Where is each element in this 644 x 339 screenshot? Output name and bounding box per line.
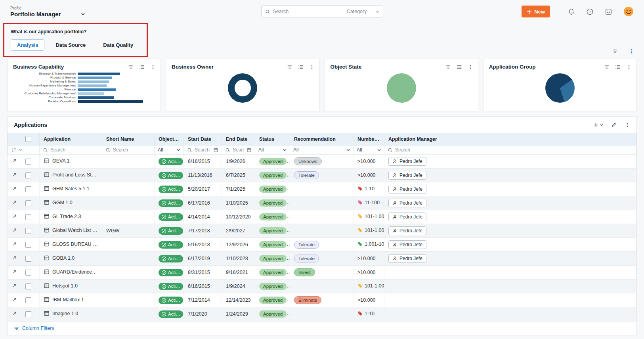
bar[interactable] (78, 100, 143, 103)
edit-pencil-icon[interactable] (611, 122, 617, 128)
column-header-recommendation[interactable]: Recommendation (290, 133, 354, 146)
open-fact-sheet-icon[interactable] (12, 228, 17, 233)
open-fact-sheet-icon[interactable] (12, 158, 17, 163)
open-fact-sheet-icon[interactable] (12, 283, 17, 288)
column-header-short-name[interactable]: Short Name (102, 133, 155, 146)
row-checkbox[interactable] (25, 186, 31, 192)
column-header-application-manager[interactable]: Application Manager (384, 133, 636, 146)
calendar-icon[interactable] (247, 147, 252, 153)
list-view-icon[interactable] (298, 64, 304, 70)
object-state-filter-select[interactable]: All (158, 147, 180, 153)
tab-analysis[interactable]: Analysis (11, 39, 44, 51)
pie-chart[interactable] (545, 73, 575, 103)
bar[interactable] (78, 88, 116, 91)
tab-data-source[interactable]: Data Source (49, 39, 92, 51)
help-icon[interactable]: ? (586, 8, 594, 15)
kebab-menu-icon[interactable] (150, 64, 156, 70)
column-header-start-date[interactable]: Start Date (184, 133, 222, 146)
open-fact-sheet-icon[interactable] (12, 172, 17, 177)
kebab-menu-icon[interactable] (309, 64, 315, 70)
kebab-menu-icon[interactable] (625, 122, 630, 128)
open-fact-sheet-icon[interactable] (12, 200, 17, 205)
application-link[interactable]: GLOSS BUREAU 5.0.1 (44, 241, 98, 247)
application-manager-chip[interactable]: Pedro Jefe (388, 185, 426, 193)
global-search-input[interactable] (273, 9, 341, 14)
status-filter-select[interactable]: All (258, 147, 287, 153)
pie-chart[interactable] (387, 73, 416, 103)
column-header-number-of[interactable]: Number of... (354, 133, 384, 146)
kebab-menu-icon[interactable] (468, 64, 473, 70)
kebab-menu-icon[interactable] (629, 48, 634, 54)
row-checkbox[interactable] (25, 283, 31, 289)
row-checkbox[interactable] (25, 256, 31, 262)
kebab-menu-icon[interactable] (626, 64, 632, 70)
category-select[interactable]: Category (344, 9, 379, 14)
application-link[interactable]: GEVA 1 (44, 158, 70, 164)
open-fact-sheet-icon[interactable] (12, 186, 17, 191)
add-application-button[interactable] (593, 123, 603, 128)
global-search[interactable]: Category (261, 6, 383, 17)
sort-filter-icon[interactable] (11, 147, 17, 153)
calendar-icon[interactable] (213, 147, 218, 153)
row-checkbox[interactable] (25, 214, 31, 220)
number-of-filter-select[interactable]: All (357, 147, 381, 153)
chevron-down-icon[interactable] (80, 11, 86, 17)
application-manager-chip[interactable]: Pedro Jefe (388, 199, 426, 207)
list-view-icon[interactable] (139, 64, 145, 70)
donut-chart[interactable] (228, 73, 257, 103)
application-link[interactable]: IBM-Mailbox 1 (44, 297, 84, 303)
object-state-pie-chart[interactable] (325, 70, 478, 108)
bar[interactable] (78, 92, 104, 95)
application-manager-filter-input[interactable] (395, 147, 633, 153)
bar[interactable] (78, 77, 112, 79)
select-all-checkbox[interactable] (25, 136, 31, 142)
business-capability-bar-chart[interactable]: Strategy & TransformationProduct & Servi… (8, 70, 161, 108)
filter-icon[interactable] (128, 64, 134, 70)
column-header-object-state[interactable]: Object Sta... (155, 133, 184, 146)
application-link[interactable]: GOBA 1.0 (44, 255, 75, 261)
application-group-pie-chart[interactable] (483, 70, 636, 108)
application-link[interactable]: Global Watch List 1.1... (44, 227, 98, 233)
recommendation-filter-select[interactable]: All (293, 147, 350, 153)
column-header-application[interactable]: Application (40, 133, 102, 146)
column-filters-link[interactable]: Column Filters (8, 321, 636, 335)
row-checkbox[interactable] (25, 228, 31, 234)
row-checkbox[interactable] (25, 311, 31, 317)
row-checkbox[interactable] (25, 172, 31, 178)
column-header-end-date[interactable]: End Date (222, 133, 255, 146)
row-checkbox[interactable] (25, 297, 31, 303)
open-fact-sheet-icon[interactable] (12, 214, 17, 219)
tab-data-quality[interactable]: Data Quality (97, 39, 140, 51)
application-link[interactable]: Hotspot 1.0 (44, 283, 78, 289)
open-fact-sheet-icon[interactable] (12, 269, 17, 274)
bar[interactable] (78, 84, 107, 87)
filter-icon[interactable] (604, 64, 610, 70)
row-checkbox[interactable] (25, 270, 31, 276)
new-button[interactable]: New (522, 6, 550, 17)
application-link[interactable]: GUARD/Evidence 1.0 (44, 269, 98, 275)
application-link[interactable]: GL Trade 2.3 (44, 213, 81, 219)
feedback-icon[interactable] (605, 8, 612, 15)
open-fact-sheet-icon[interactable] (12, 255, 17, 260)
short-name-filter-input[interactable] (113, 147, 151, 153)
application-filter-input[interactable] (50, 147, 99, 153)
application-manager-chip[interactable]: Pedro Jefe (388, 240, 426, 249)
row-checkbox[interactable] (25, 242, 31, 248)
application-manager-chip[interactable]: Pedro Jefe (388, 254, 426, 263)
open-fact-sheet-icon[interactable] (12, 241, 17, 247)
application-link[interactable]: Imagine 1.0 (44, 310, 78, 316)
filter-sort-cell[interactable] (8, 146, 40, 155)
bar[interactable] (78, 96, 114, 99)
application-link[interactable]: GFM Sales 5.1.1 (44, 186, 90, 192)
end-date-filter-input[interactable] (233, 147, 244, 153)
filter-icon[interactable] (445, 64, 451, 70)
application-manager-chip[interactable]: Pedro Jefe (388, 157, 426, 166)
application-link[interactable]: GGM 1.0 (44, 199, 73, 205)
profile-switcher[interactable]: Profile Portfolio Manager (10, 6, 86, 17)
application-link[interactable]: Profit and Loss State... (44, 172, 98, 178)
bar[interactable] (78, 80, 109, 83)
open-fact-sheet-icon[interactable] (12, 297, 17, 302)
notifications-bell-icon[interactable] (568, 8, 575, 15)
column-header-status[interactable]: Status (255, 133, 290, 146)
list-view-icon[interactable] (457, 64, 462, 70)
